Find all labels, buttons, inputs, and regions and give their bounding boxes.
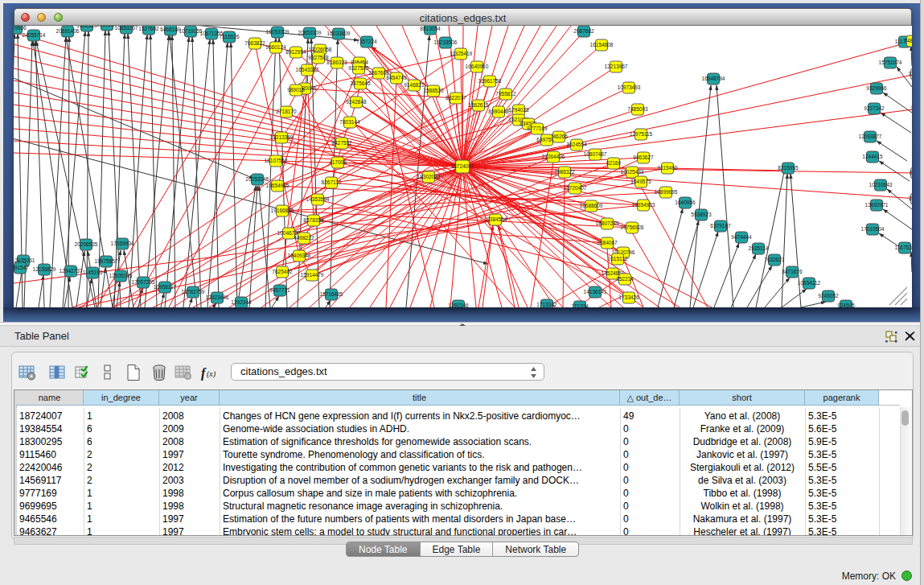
svg-text:1167533: 1167533 xyxy=(895,245,912,250)
svg-text:1292346: 1292346 xyxy=(448,303,469,307)
svg-text:6794028: 6794028 xyxy=(508,107,529,113)
svg-text:13692971: 13692971 xyxy=(865,202,889,208)
svg-text:18807249: 18807249 xyxy=(596,220,619,226)
svg-text:1244415: 1244415 xyxy=(862,154,883,159)
svg-text:252214: 252214 xyxy=(616,276,634,282)
svg-text:10210643: 10210643 xyxy=(869,182,893,187)
svg-text:10654112: 10654112 xyxy=(798,280,821,286)
svg-text:9146821: 9146821 xyxy=(404,82,425,88)
svg-text:19218506: 19218506 xyxy=(434,39,458,45)
svg-text:132322: 132322 xyxy=(910,105,912,111)
svg-text:8215955: 8215955 xyxy=(778,165,799,171)
svg-text:17957255: 17957255 xyxy=(132,279,155,285)
svg-text:10719155: 10719155 xyxy=(179,28,203,34)
svg-text:7986322: 7986322 xyxy=(554,169,575,175)
svg-text:15751074: 15751074 xyxy=(879,60,902,65)
svg-text:129774: 129774 xyxy=(908,71,912,76)
svg-text:8813054: 8813054 xyxy=(420,26,441,31)
svg-text:19384554: 19384554 xyxy=(484,216,507,222)
svg-text:991547: 991547 xyxy=(14,265,29,270)
svg-text:4498222: 4498222 xyxy=(294,235,314,241)
svg-text:9457771: 9457771 xyxy=(269,287,290,293)
svg-text:10853267: 10853267 xyxy=(115,26,138,31)
svg-text:10973493: 10973493 xyxy=(618,84,641,90)
svg-text:14136141: 14136141 xyxy=(584,289,607,295)
svg-text:16648784: 16648784 xyxy=(702,76,725,81)
svg-text:20756928: 20756928 xyxy=(621,225,644,230)
svg-text:24055714: 24055714 xyxy=(23,32,46,38)
svg-text:7515526: 7515526 xyxy=(219,34,240,39)
svg-text:12942737: 12942737 xyxy=(60,268,83,274)
svg-text:9660124: 9660124 xyxy=(265,44,286,50)
svg-text:9463627: 9463627 xyxy=(633,154,654,160)
svg-text:12156829: 12156829 xyxy=(33,266,56,272)
svg-text:15409348: 15409348 xyxy=(288,253,311,258)
svg-text:12093877: 12093877 xyxy=(859,134,882,139)
svg-text:9684067: 9684067 xyxy=(597,240,618,245)
svg-text:18302023: 18302023 xyxy=(417,174,441,179)
svg-text:16782759: 16782759 xyxy=(182,289,205,295)
svg-text:7485003: 7485003 xyxy=(627,106,648,112)
svg-text:7625402: 7625402 xyxy=(272,269,293,274)
svg-text:9227342: 9227342 xyxy=(864,105,885,111)
svg-text:15716485: 15716485 xyxy=(320,291,343,297)
svg-text:62160: 62160 xyxy=(606,160,621,166)
svg-text:8454749: 8454749 xyxy=(386,75,407,80)
svg-text:f: f xyxy=(201,366,207,381)
svg-text:1527602: 1527602 xyxy=(138,26,159,31)
svg-text:1292344: 1292344 xyxy=(231,299,252,305)
svg-text:9242848: 9242848 xyxy=(346,99,367,105)
svg-text:7955812: 7955812 xyxy=(495,91,516,97)
svg-text:20853309: 20853309 xyxy=(298,30,322,35)
svg-text:417006: 417006 xyxy=(329,159,347,165)
svg-text:1588520: 1588520 xyxy=(423,88,444,93)
svg-text:9115460: 9115460 xyxy=(658,165,678,171)
svg-text:21364436: 21364436 xyxy=(542,154,565,159)
svg-text:10807487: 10807487 xyxy=(584,151,607,157)
svg-text:1640956: 1640956 xyxy=(675,200,696,205)
svg-text:1713342: 1713342 xyxy=(536,302,557,307)
svg-text:746266: 746266 xyxy=(550,134,568,139)
svg-text:20053346: 20053346 xyxy=(246,176,269,182)
svg-text:171334: 171334 xyxy=(571,303,589,307)
svg-text:10899695: 10899695 xyxy=(655,189,678,195)
svg-text:8578352: 8578352 xyxy=(303,217,324,223)
svg-text:8322037: 8322037 xyxy=(446,95,466,101)
svg-text:3875645: 3875645 xyxy=(350,80,371,86)
svg-text:19975857: 19975857 xyxy=(95,258,118,264)
svg-text:8186323: 8186323 xyxy=(326,60,347,65)
svg-text:12213369: 12213369 xyxy=(270,134,294,140)
svg-text:1145193: 1145193 xyxy=(83,270,103,275)
svg-text:6379197: 6379197 xyxy=(710,223,731,229)
svg-text:748500: 748500 xyxy=(904,38,912,43)
svg-text:2935114: 2935114 xyxy=(749,245,769,251)
svg-text:19654923: 19654923 xyxy=(632,202,655,208)
svg-text:20206535: 20206535 xyxy=(75,241,98,247)
svg-text:2718170: 2718170 xyxy=(276,109,297,114)
svg-text:9327505: 9327505 xyxy=(348,65,369,71)
svg-text:(x): (x) xyxy=(207,369,216,379)
svg-text:10025433: 10025433 xyxy=(621,169,644,175)
svg-text:7663822: 7663822 xyxy=(244,40,265,46)
svg-text:12975115: 12975115 xyxy=(630,131,653,137)
svg-text:14353594: 14353594 xyxy=(306,196,330,202)
svg-text:15720407: 15720407 xyxy=(564,185,587,191)
svg-text:924505: 924505 xyxy=(837,303,855,307)
svg-text:17359934: 17359934 xyxy=(111,241,134,246)
svg-text:1549575: 1549575 xyxy=(630,179,651,184)
svg-text:10688609: 10688609 xyxy=(580,203,603,208)
svg-text:5938923: 5938923 xyxy=(691,212,712,217)
svg-text:16053309: 16053309 xyxy=(266,29,290,35)
svg-text:8427552: 8427552 xyxy=(331,140,352,146)
svg-text:12505195: 12505195 xyxy=(109,273,133,278)
svg-text:196549: 196549 xyxy=(908,196,912,201)
svg-text:17010504: 17010504 xyxy=(861,226,885,232)
svg-text:9474444: 9474444 xyxy=(731,234,752,240)
svg-text:9327508: 9327508 xyxy=(308,55,329,60)
svg-text:16543382: 16543382 xyxy=(296,67,319,72)
svg-text:989015: 989015 xyxy=(287,87,305,93)
svg-text:2087682: 2087682 xyxy=(573,28,594,34)
svg-text:12923446: 12923446 xyxy=(206,295,229,300)
svg-text:7803144: 7803144 xyxy=(339,119,360,125)
svg-text:2149506: 2149506 xyxy=(14,26,27,31)
